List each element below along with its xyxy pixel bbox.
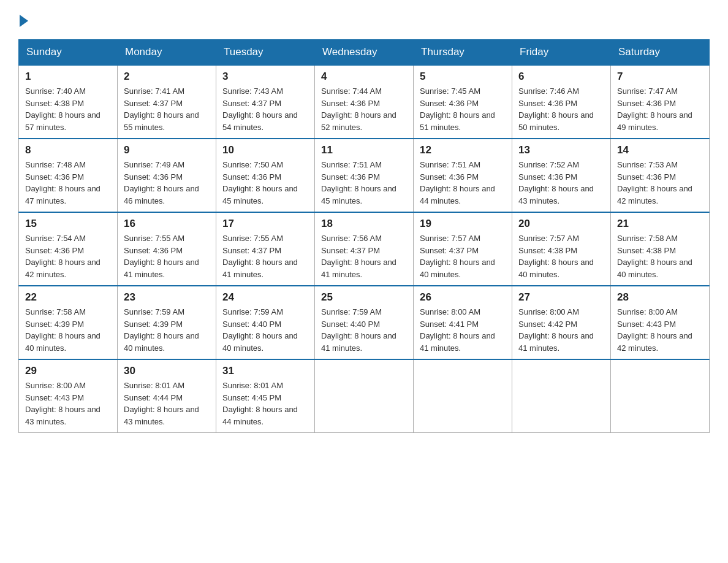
day-number: 17 — [222, 218, 308, 230]
table-row: 16 Sunrise: 7:55 AMSunset: 4:36 PMDaylig… — [118, 212, 216, 286]
day-number: 24 — [222, 291, 308, 304]
day-info: Sunrise: 7:51 AMSunset: 4:36 PMDaylight:… — [420, 160, 495, 205]
day-number: 9 — [124, 144, 210, 156]
calendar-header-row: Sunday Monday Tuesday Wednesday Thursday… — [19, 40, 710, 66]
day-number: 4 — [321, 71, 407, 83]
table-row — [315, 359, 414, 433]
table-row: 2 Sunrise: 7:41 AMSunset: 4:37 PMDayligh… — [118, 65, 216, 139]
table-row — [512, 359, 611, 433]
col-thursday: Thursday — [414, 40, 512, 66]
table-row: 21 Sunrise: 7:58 AMSunset: 4:38 PMDaylig… — [611, 212, 710, 286]
table-row: 27 Sunrise: 8:00 AMSunset: 4:42 PMDaylig… — [512, 286, 611, 359]
day-number: 6 — [518, 71, 604, 83]
table-row: 31 Sunrise: 8:01 AMSunset: 4:45 PMDaylig… — [216, 359, 315, 433]
table-row: 13 Sunrise: 7:52 AMSunset: 4:36 PMDaylig… — [512, 139, 611, 212]
table-row: 19 Sunrise: 7:57 AMSunset: 4:37 PMDaylig… — [414, 212, 512, 286]
day-number: 18 — [321, 218, 407, 230]
table-row — [414, 359, 512, 433]
day-number: 14 — [617, 144, 703, 156]
table-row: 9 Sunrise: 7:49 AMSunset: 4:36 PMDayligh… — [118, 139, 216, 212]
col-saturday: Saturday — [611, 40, 710, 66]
table-row: 20 Sunrise: 7:57 AMSunset: 4:38 PMDaylig… — [512, 212, 611, 286]
table-row: 25 Sunrise: 7:59 AMSunset: 4:40 PMDaylig… — [315, 286, 414, 359]
calendar-week-row: 15 Sunrise: 7:54 AMSunset: 4:36 PMDaylig… — [19, 212, 710, 286]
calendar-table: Sunday Monday Tuesday Wednesday Thursday… — [18, 39, 710, 433]
day-number: 23 — [124, 291, 210, 304]
day-number: 15 — [25, 218, 111, 230]
day-number: 28 — [617, 291, 703, 304]
day-number: 30 — [124, 365, 210, 377]
day-info: Sunrise: 7:59 AMSunset: 4:40 PMDaylight:… — [222, 307, 298, 353]
day-number: 16 — [124, 218, 210, 230]
table-row: 4 Sunrise: 7:44 AMSunset: 4:36 PMDayligh… — [315, 65, 414, 139]
col-friday: Friday — [512, 40, 611, 66]
table-row: 11 Sunrise: 7:51 AMSunset: 4:36 PMDaylig… — [315, 139, 414, 212]
day-info: Sunrise: 7:45 AMSunset: 4:36 PMDaylight:… — [420, 86, 495, 132]
table-row: 7 Sunrise: 7:47 AMSunset: 4:36 PMDayligh… — [611, 65, 710, 139]
col-tuesday: Tuesday — [216, 40, 315, 66]
day-info: Sunrise: 7:50 AMSunset: 4:36 PMDaylight:… — [222, 160, 298, 205]
logo — [18, 12, 28, 27]
day-info: Sunrise: 7:43 AMSunset: 4:37 PMDaylight:… — [222, 86, 298, 132]
day-info: Sunrise: 7:59 AMSunset: 4:40 PMDaylight:… — [321, 307, 396, 353]
day-number: 5 — [420, 71, 506, 83]
day-number: 31 — [222, 365, 308, 377]
table-row — [611, 359, 710, 433]
day-info: Sunrise: 7:56 AMSunset: 4:37 PMDaylight:… — [321, 234, 396, 279]
day-number: 27 — [518, 291, 604, 304]
table-row: 14 Sunrise: 7:53 AMSunset: 4:36 PMDaylig… — [611, 139, 710, 212]
day-info: Sunrise: 7:48 AMSunset: 4:36 PMDaylight:… — [25, 160, 100, 205]
day-info: Sunrise: 7:54 AMSunset: 4:36 PMDaylight:… — [25, 234, 100, 279]
day-info: Sunrise: 8:00 AMSunset: 4:42 PMDaylight:… — [518, 307, 594, 353]
day-number: 29 — [25, 365, 111, 377]
day-info: Sunrise: 7:58 AMSunset: 4:39 PMDaylight:… — [25, 307, 100, 353]
day-number: 10 — [222, 144, 308, 156]
table-row: 1 Sunrise: 7:40 AMSunset: 4:38 PMDayligh… — [19, 65, 118, 139]
table-row: 17 Sunrise: 7:55 AMSunset: 4:37 PMDaylig… — [216, 212, 315, 286]
day-info: Sunrise: 8:01 AMSunset: 4:45 PMDaylight:… — [222, 381, 298, 426]
table-row: 23 Sunrise: 7:59 AMSunset: 4:39 PMDaylig… — [118, 286, 216, 359]
calendar-week-row: 22 Sunrise: 7:58 AMSunset: 4:39 PMDaylig… — [19, 286, 710, 359]
day-info: Sunrise: 7:53 AMSunset: 4:36 PMDaylight:… — [617, 160, 692, 205]
table-row: 22 Sunrise: 7:58 AMSunset: 4:39 PMDaylig… — [19, 286, 118, 359]
table-row: 26 Sunrise: 8:00 AMSunset: 4:41 PMDaylig… — [414, 286, 512, 359]
day-number: 11 — [321, 144, 407, 156]
table-row: 24 Sunrise: 7:59 AMSunset: 4:40 PMDaylig… — [216, 286, 315, 359]
day-info: Sunrise: 8:00 AMSunset: 4:41 PMDaylight:… — [420, 307, 495, 353]
table-row: 12 Sunrise: 7:51 AMSunset: 4:36 PMDaylig… — [414, 139, 512, 212]
table-row: 8 Sunrise: 7:48 AMSunset: 4:36 PMDayligh… — [19, 139, 118, 212]
col-wednesday: Wednesday — [315, 40, 414, 66]
day-number: 20 — [518, 218, 604, 230]
table-row: 3 Sunrise: 7:43 AMSunset: 4:37 PMDayligh… — [216, 65, 315, 139]
page-header — [18, 12, 710, 27]
day-number: 21 — [617, 218, 703, 230]
table-row: 6 Sunrise: 7:46 AMSunset: 4:36 PMDayligh… — [512, 65, 611, 139]
day-info: Sunrise: 7:57 AMSunset: 4:38 PMDaylight:… — [518, 234, 594, 279]
day-info: Sunrise: 8:01 AMSunset: 4:44 PMDaylight:… — [124, 381, 199, 426]
col-sunday: Sunday — [19, 40, 118, 66]
day-number: 7 — [617, 71, 703, 83]
table-row: 18 Sunrise: 7:56 AMSunset: 4:37 PMDaylig… — [315, 212, 414, 286]
day-info: Sunrise: 7:58 AMSunset: 4:38 PMDaylight:… — [617, 234, 692, 279]
calendar-week-row: 1 Sunrise: 7:40 AMSunset: 4:38 PMDayligh… — [19, 65, 710, 139]
day-number: 22 — [25, 291, 111, 304]
table-row: 30 Sunrise: 8:01 AMSunset: 4:44 PMDaylig… — [118, 359, 216, 433]
day-info: Sunrise: 7:40 AMSunset: 4:38 PMDaylight:… — [25, 86, 100, 132]
day-info: Sunrise: 7:55 AMSunset: 4:37 PMDaylight:… — [222, 234, 298, 279]
day-info: Sunrise: 7:44 AMSunset: 4:36 PMDaylight:… — [321, 86, 396, 132]
day-info: Sunrise: 7:49 AMSunset: 4:36 PMDaylight:… — [124, 160, 199, 205]
day-number: 2 — [124, 71, 210, 83]
day-number: 13 — [518, 144, 604, 156]
day-number: 19 — [420, 218, 506, 230]
day-info: Sunrise: 7:52 AMSunset: 4:36 PMDaylight:… — [518, 160, 594, 205]
day-info: Sunrise: 7:47 AMSunset: 4:36 PMDaylight:… — [617, 86, 692, 132]
day-info: Sunrise: 8:00 AMSunset: 4:43 PMDaylight:… — [617, 307, 692, 353]
day-number: 26 — [420, 291, 506, 304]
calendar-week-row: 8 Sunrise: 7:48 AMSunset: 4:36 PMDayligh… — [19, 139, 710, 212]
col-monday: Monday — [118, 40, 216, 66]
day-number: 1 — [25, 71, 111, 83]
day-info: Sunrise: 7:59 AMSunset: 4:39 PMDaylight:… — [124, 307, 199, 353]
table-row: 29 Sunrise: 8:00 AMSunset: 4:43 PMDaylig… — [19, 359, 118, 433]
table-row: 28 Sunrise: 8:00 AMSunset: 4:43 PMDaylig… — [611, 286, 710, 359]
day-info: Sunrise: 7:41 AMSunset: 4:37 PMDaylight:… — [124, 86, 199, 132]
